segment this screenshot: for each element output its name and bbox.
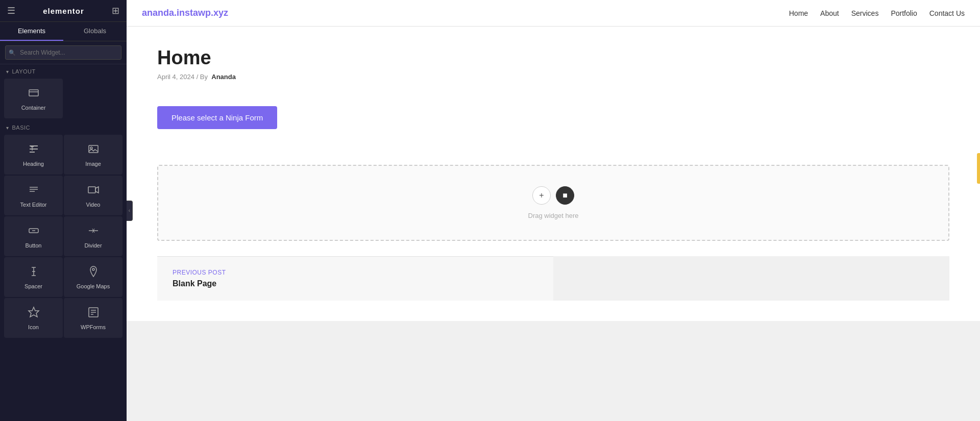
button-icon [28,225,40,239]
main-content: ananda.instawp.xyz Home About Services P… [127,0,980,421]
svg-rect-0 [29,90,38,96]
widget-image[interactable]: Image [64,135,122,175]
grid-icon[interactable]: ⊞ [112,5,119,16]
widget-spacer-label: Spacer [24,283,42,289]
drop-zone[interactable]: + ■ Drag widget here [157,165,949,241]
post-navigation: PREVIOUS POST Blank Page [157,256,949,301]
page-meta: April 4, 2024 / By Ananda [157,73,949,81]
topnav: ananda.instawp.xyz Home About Services P… [127,0,980,27]
spacer-icon [28,265,40,280]
nav-portfolio[interactable]: Portfolio [891,9,917,17]
page-content: Home April 4, 2024 / By Ananda Please se… [127,27,980,321]
heading-icon: T [28,143,40,158]
basic-section-header[interactable]: Basic [0,120,127,133]
widget-video-label: Video [86,202,101,208]
nav-contact[interactable]: Contact Us [929,9,965,17]
widget-container-label: Container [21,105,46,111]
widget-google-maps[interactable]: Google Maps [64,257,122,297]
widget-image-label: Image [85,161,101,167]
meta-by: By [200,73,208,81]
elementor-logo: elementor [43,7,84,15]
prev-post-box[interactable]: PREVIOUS POST Blank Page [157,256,553,301]
widget-heading[interactable]: T Heading [4,135,63,175]
text-editor-icon [28,184,40,199]
scroll-indicator [977,153,980,184]
layout-widget-grid: Container [0,77,127,120]
image-icon [87,143,100,158]
search-input[interactable] [5,45,121,60]
widget-icon-label: Icon [28,324,39,330]
meta-separator: / [197,73,200,81]
widget-heading-label: Heading [23,161,44,167]
page-title: Home [157,47,949,69]
widget-divider-label: Divider [84,242,102,249]
template-button[interactable]: ■ [556,186,574,205]
icon-icon [28,306,40,321]
widget-icon[interactable]: Icon [4,298,63,338]
drop-zone-text: Drag widget here [528,212,579,219]
tab-globals[interactable]: Globals [63,22,127,41]
divider-icon [87,225,100,239]
google-maps-icon [87,265,100,280]
drop-zone-buttons: + ■ [532,186,574,205]
widget-spacer[interactable]: Spacer [4,257,63,297]
widget-text-editor[interactable]: Text Editor [4,176,63,215]
add-widget-button[interactable]: + [532,186,551,205]
sidebar-header: ☰ elementor ⊞ [0,0,127,22]
svg-text:T: T [31,146,34,152]
hamburger-icon[interactable]: ☰ [7,5,15,16]
widget-button[interactable]: Button [4,216,63,256]
nav-about[interactable]: About [820,9,839,17]
container-icon [28,87,40,102]
nav-services[interactable]: Services [851,9,879,17]
svg-marker-14 [29,307,39,317]
svg-point-13 [92,268,94,270]
widget-divider[interactable]: Divider [64,216,122,256]
prev-post-title: Blank Page [173,279,538,288]
sidebar-wrapper: ☰ elementor ⊞ Elements Globals Layout [0,0,127,421]
wpforms-icon [87,306,100,321]
widget-text-editor-label: Text Editor [20,202,47,208]
widget-container[interactable]: Container [4,79,63,118]
ninja-form-button[interactable]: Please select a Ninja Form [157,106,277,129]
widget-button-label: Button [26,242,42,249]
sidebar-search-area [0,41,127,64]
next-post-box [553,256,949,301]
video-icon [87,184,100,199]
sidebar-tabs: Elements Globals [0,22,127,41]
widget-video[interactable]: Video [64,176,122,215]
widget-wpforms-label: WPForms [81,324,106,330]
widget-google-maps-label: Google Maps [77,283,110,289]
svg-rect-8 [88,187,95,193]
layout-section-header[interactable]: Layout [0,64,127,77]
widget-wpforms[interactable]: WPForms [64,298,122,338]
nav-home[interactable]: Home [789,9,808,17]
tab-elements[interactable]: Elements [0,22,63,41]
meta-author: Ananda [211,73,236,81]
site-title: ananda.instawp.xyz [142,8,228,18]
nav-links: Home About Services Portfolio Contact Us [789,9,965,18]
basic-widget-grid: T Heading Image [0,133,127,340]
prev-post-label: PREVIOUS POST [173,269,538,276]
sidebar: ☰ elementor ⊞ Elements Globals Layout [0,0,127,421]
meta-date: April 4, 2024 [157,73,194,81]
sidebar-collapse-handle[interactable]: ‹ [127,201,133,221]
